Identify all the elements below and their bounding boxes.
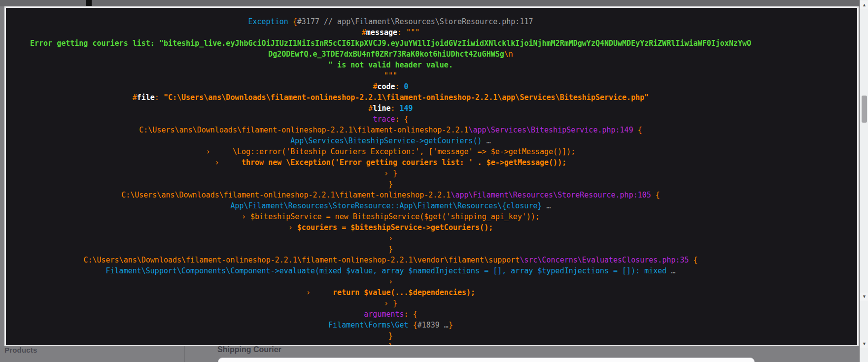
dump-segment: message [366,28,397,37]
scroll-down-icon: ▼ [862,341,867,346]
dump-segment: : { [404,310,417,319]
dump-line: C:\Users\ans\Downloads\filament-onlinesh… [8,190,773,200]
scroll-down-button[interactable]: ▼ [860,340,868,348]
dump-segment: 149 [400,104,413,113]
dump-line: #message: """ [8,27,773,38]
dump-segment: arguments [364,310,404,319]
dump-segment: Filament\Forms\Get [328,321,409,329]
dump-segment: › [288,223,297,232]
dump-segment: Filament\Support\Components\Component->e… [106,266,667,275]
shipping-courier-label: Shipping Courier [217,345,281,354]
dump-segment: \app\Filament\Resources\StoreResource.ph… [451,191,651,199]
dump-line: Dg2ODEwfQ.e_3TDE7dxBU4nf0ZRr73RaK0kot6hi… [8,49,773,60]
dump-segment: $couriers = $biteshipService->getCourier… [297,223,493,232]
dump-line: trace: { [8,114,773,125]
dump-segment: … [482,136,491,145]
dump-line: › [8,276,773,287]
dump-segment: › [388,277,393,286]
dump-line: Exception {#3177 // app\Filament\Resourc… [8,16,773,27]
dump-segment: App\Filament\Resources\StoreResource::Ap… [230,201,542,210]
dump-segment: : [155,93,164,102]
dump-segment: Exception [248,17,288,26]
dump-segment: C:\Users\ans\Downloads\filament-onlinesh… [83,256,520,264]
vertical-scrollbar[interactable]: ▲ ▼ ▼ [860,0,868,362]
dump-line: App\Services\BiteshipService->getCourier… [8,135,773,146]
dump-line: › \Log::error('Biteship Couriers Excepti… [8,146,773,157]
dump-segment: trace [373,115,395,124]
dump-segment: : [391,104,400,113]
dump-line: #file: "C:\Users\ans\Downloads\filament-… [8,92,773,103]
dump-segment: { [633,126,642,134]
dump-line: } [8,341,773,346]
dump-segment: C:\Users\ans\Downloads\filament-onlinesh… [121,191,451,199]
dump-segment: Error getting couriers list: "biteship_l… [30,39,751,48]
dump-segment: … [666,266,675,275]
screenshot-stage: Products Shipping Courier Exception {#31… [0,0,868,362]
dump-line: #code: 0 [8,81,773,92]
dump-segment: › [388,234,393,243]
dump-segment: › } [384,299,397,308]
dump-line: › return $value(...$dependencies); [8,287,773,298]
scrollbar-thumb[interactable] [862,96,867,123]
scroll-down-icon: ▼ [862,294,867,299]
dump-line: › } [8,168,773,179]
dump-segment: line [373,104,390,113]
dump-segment: #3177 [297,17,319,26]
dump-line: › $couriers = $biteshipService->getCouri… [8,222,773,233]
dump-segment: throw new \Exception('Error getting cour… [242,158,566,167]
dump-line: } [8,244,773,255]
dump-segment: : """ [397,28,419,37]
scroll-up-icon: ▲ [862,2,867,7]
dump-line: Filament\Support\Components\Component->e… [8,265,773,276]
dump-segment: " is not valid header value. [328,61,453,69]
dump-segment: … [542,201,551,210]
dump-segment: """ [384,71,397,80]
dump-segment: \src\Concerns\EvaluatesClosures.php:35 [520,256,689,264]
sidebar-item-products[interactable]: Products [4,346,37,354]
dump-line: C:\Users\ans\Downloads\filament-onlinesh… [8,255,773,265]
scroll-up-button[interactable]: ▲ [860,1,868,9]
dump-segment: # [362,28,366,37]
dump-line: › throw new \Exception('Error getting co… [8,157,773,168]
dump-segment: // app\Filament\Resources\StoreResource.… [319,17,533,26]
dump-segment: file [137,93,155,102]
dump-segment: \app\Services\BiteshipService.php:149 [469,126,633,134]
dump-segment: › [306,288,333,297]
dump-line: } [8,330,773,341]
dump-line: Error getting couriers list: "biteship_l… [8,38,773,49]
dump-segment: … [440,321,449,329]
dump-segment: { [651,191,660,199]
dump-segment: C:\Users\ans\Downloads\filament-onlinesh… [139,126,468,134]
dump-segment: } [388,245,393,254]
dump-segment: # [133,93,137,102]
dump-segment: Dg2ODEwfQ.e_3TDE7dxBU4nf0ZRr73RaK0kot6hi… [268,50,504,59]
dump-line: C:\Users\ans\Downloads\filament-onlinesh… [8,125,773,135]
dump-segment: } [388,342,393,346]
dump-line: › } [8,298,773,309]
dump-segment: return $value(...$dependencies); [333,288,475,297]
dump-segment: } [388,331,393,340]
dump-segment: › [215,158,242,167]
dump-line: › $biteshipService = new BiteshipService… [8,211,773,222]
shipping-courier-input[interactable] [218,358,755,362]
dump-content: Exception {#3177 // app\Filament\Resourc… [6,8,857,346]
dump-segment: "C:\Users\ans\Downloads\filament-onlines… [164,93,649,102]
dump-segment: › $biteshipService = new BiteshipService… [242,212,540,221]
dump-segment: } [449,321,453,329]
dump-segment: : { [395,115,409,124]
dump-line: › [8,233,773,244]
dump-line: arguments: { [8,309,773,320]
dump-line: App\Filament\Resources\StoreResource::Ap… [8,200,773,211]
dump-segment: 0 [404,82,409,91]
dump-segment: { [409,321,417,329]
dump-line: """ [8,70,773,81]
dump-segment: { [288,17,297,26]
dump-segment: : [395,82,404,91]
dump-line: " is not valid header value. [8,60,773,70]
dump-segment: \n [504,50,513,59]
exception-dump-panel: Exception {#3177 // app\Filament\Resourc… [4,6,859,346]
dump-segment: { [689,256,698,264]
dump-line: #line: 149 [8,103,773,114]
scroll-down-button-inner[interactable]: ▼ [860,293,868,301]
sidebar-divider [184,344,185,362]
